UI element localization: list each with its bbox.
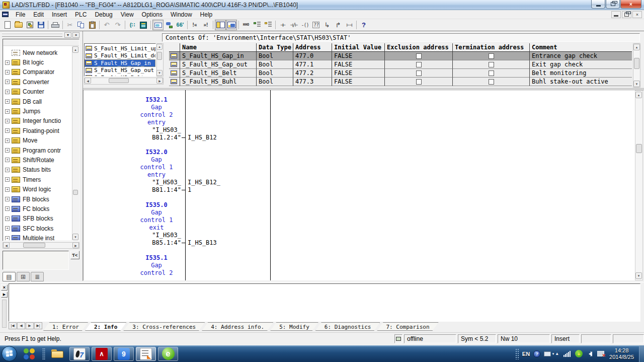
expand-icon[interactable]: + [5,99,10,104]
tab-prev-button[interactable]: ◀ [17,322,25,329]
symbol-display-toggle[interactable] [152,20,164,30]
tab-error[interactable]: 1: Error [43,322,88,331]
close-branch-button[interactable]: ↱ [333,20,344,30]
download-button[interactable] [138,20,149,30]
declaration-row[interactable]: S_Fault_HS_Belt Bool 477.2 FALSE Belt mo… [169,69,632,78]
col-initial-value[interactable]: Initial Value [332,43,385,52]
operand-i535-1[interactable]: I535.1 Gap control 2 [114,254,185,277]
expand-icon[interactable]: + [5,109,10,114]
scroll-up-button[interactable]: ▲ [72,46,78,53]
language-indicator[interactable]: EN [522,351,530,357]
scroll-thumb[interactable] [109,78,129,83]
expand-icon[interactable]: + [5,168,10,172]
mdi-minimize-button[interactable] [611,11,621,18]
termination-checkbox[interactable] [489,62,494,67]
menu-file[interactable]: File [12,11,29,19]
tab-overview-list[interactable]: ≣ [31,272,44,281]
menu-insert[interactable]: Insert [48,11,71,19]
monitor-button[interactable]: 66' [175,20,186,30]
expand-icon[interactable]: + [5,226,10,231]
termination-checkbox[interactable] [489,79,494,85]
empty-box-button[interactable]: ?? [310,20,321,30]
declaration-row[interactable]: S_Fault_HS_Gap_out Bool 477.1 FALSE Exit… [169,60,632,69]
scroll-up-button[interactable]: ▲ [633,44,640,50]
expand-icon[interactable]: + [5,236,10,240]
exclusion-checkbox[interactable] [416,53,422,59]
tree-item-multiple-instances[interactable]: +Multiple inst [4,233,72,240]
variable-row[interactable]: S_Fault_HS_Gap_out [85,67,155,75]
block-param[interactable]: 1 [188,186,191,194]
scroll-thumb[interactable] [636,144,642,153]
cut-button[interactable]: ✂ [64,20,75,30]
declaration-scrollbar[interactable]: ▲ ▼ [633,43,640,88]
mdi-restore-button[interactable] [622,11,631,18]
tab-info[interactable]: 2: Info [85,322,126,331]
scroll-right-button[interactable]: ▶ [156,78,163,84]
insert-input-button[interactable]: ⊢⊣ [344,20,355,30]
tab-cross-references[interactable]: 3: Cross-references [123,322,205,331]
tab-last-button[interactable]: ▶| [34,322,42,329]
browser-task-button[interactable]: e [158,347,178,361]
program-elements-button[interactable] [252,20,263,30]
tab-call-structure[interactable]: ⊞ [17,272,30,281]
catalog-hscrollbar[interactable]: ◀ ▶ [3,242,79,249]
output-content[interactable] [9,283,640,322]
exclusion-checkbox[interactable] [416,70,422,76]
simatic-manager-icon[interactable] [19,347,39,361]
language-bar-grip[interactable] [515,348,519,359]
declaration-view-button[interactable]: Ƭ< [70,251,79,259]
lad-editor-task-button[interactable] [136,347,156,361]
tree-item-counter[interactable]: +Counter [4,87,72,97]
open-button[interactable] [13,20,24,30]
expand-icon[interactable]: + [5,206,10,211]
menu-plc[interactable]: PLC [71,11,91,19]
expand-icon[interactable]: + [5,216,10,221]
catalog-scrollbar[interactable]: ▲ ▼ [72,46,78,240]
scroll-thumb[interactable] [23,243,45,248]
close-button[interactable]: × [620,0,641,9]
ime-help-icon[interactable]: ? [533,350,540,357]
open-online-button[interactable] [24,20,35,30]
scroll-up-button[interactable]: ▲ [635,92,642,98]
block-param[interactable]: I_HS_B12 [188,134,217,141]
expand-icon[interactable]: + [5,177,10,182]
sogou-task-button[interactable]: 9 [114,347,134,361]
scroll-thumb[interactable] [157,52,162,60]
tree-item-fc-blocks[interactable]: +FC blocks [4,204,72,213]
declaration-row-selected[interactable]: S_Fault_HS_Gap_in Bool 477.0 FALSE Entra… [169,52,632,60]
pane-dropdown-button[interactable]: ▾ [64,32,71,38]
tree-item-floating-point[interactable]: +Floating-point [4,126,72,135]
scroll-down-button[interactable]: ▼ [72,234,78,240]
pane-grip[interactable]: ▾ × [1,32,80,37]
volume-icon[interactable] [586,351,592,356]
col-comment[interactable]: Comment [530,43,632,52]
contact-nc-button[interactable]: ⊣/⊢ [288,20,299,30]
next-error-button[interactable]: »! [200,20,211,30]
col-termination-address[interactable]: Termination address [453,43,530,52]
tree-item-converter[interactable]: +Converter [4,77,72,87]
variable-row-selected[interactable]: S_Fault_HS_Gap_in [85,59,155,67]
tab-address-info[interactable]: 4: Address info. [202,322,273,331]
expand-icon[interactable]: + [5,148,10,153]
tree-item-move[interactable]: +Move [4,136,72,146]
redo-button[interactable]: ↷ [112,20,123,30]
scroll-right-button[interactable]: ▶ [72,242,79,248]
declaration-row[interactable]: S_Fault_HS_Buhl Bool 477.3 FALSE Buhl st… [169,78,632,86]
tree-item-program-control[interactable]: +Program contr [4,146,72,155]
overview-toggle[interactable] [226,20,237,30]
menu-view[interactable]: View [117,11,138,19]
output-close-button[interactable]: × [1,284,8,291]
coil-button[interactable]: -() [299,20,310,30]
step7-task-button[interactable]: 7 [69,347,90,361]
mdi-close-button[interactable]: × [632,11,642,18]
operand-i532-1[interactable]: I532.1 Gap control 2 entry "I_HS03_ B81.… [114,96,185,141]
expand-icon[interactable]: + [5,138,10,143]
tree-item-sfb-blocks[interactable]: +SFB blocks [4,214,72,224]
expand-icon[interactable]: + [5,128,10,133]
menu-debug[interactable]: Debug [91,11,116,19]
tree-item-status-bits[interactable]: +Status bits [4,165,72,175]
tab-modify[interactable]: 5: Modify [270,322,318,331]
show-desktop-button[interactable] [639,345,644,362]
scroll-down-button[interactable]: ▼ [156,70,163,76]
connection-button[interactable] [164,20,175,30]
